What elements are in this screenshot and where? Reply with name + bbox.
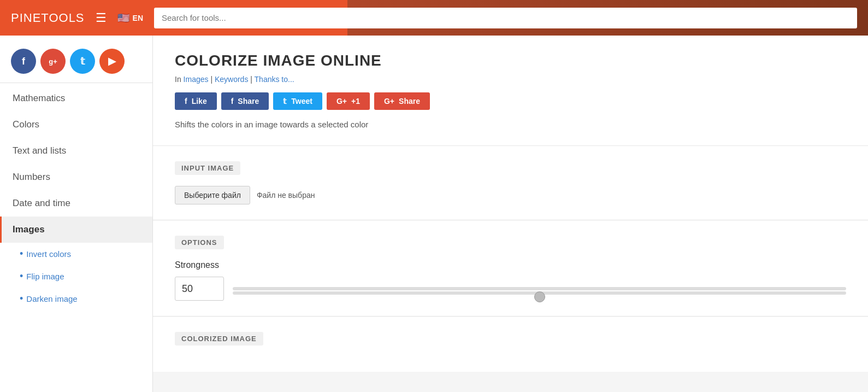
breadcrumb-thanks[interactable]: Thanks to...	[255, 75, 294, 84]
sidebar-subitem-invert-colors[interactable]: Invert colors	[0, 243, 152, 265]
fb-share-icon: f	[231, 97, 234, 106]
logo: PINETOOLS	[11, 11, 85, 25]
page-layout: f g+ 𝕥 ▶ Mathematics Colors Text and lis…	[0, 36, 868, 392]
options-label: OPTIONS	[175, 236, 224, 249]
social-facebook[interactable]: f	[11, 49, 36, 74]
twitter-icon: 𝕥	[283, 97, 287, 106]
input-image-label: INPUT IMAGE	[175, 161, 240, 175]
page-title: COLORIZE IMAGE ONLINE	[175, 52, 846, 69]
fb-share-label: Share	[238, 97, 259, 106]
social-googleplus[interactable]: g+	[40, 49, 66, 74]
gplus-icon: G+	[336, 97, 347, 106]
breadcrumb-keywords[interactable]: Keywords	[215, 75, 248, 84]
strongness-label: Strongness	[175, 260, 846, 270]
logo-tools: TOOLS	[41, 11, 84, 25]
fb-like-icon: f	[185, 97, 187, 106]
gplus-share-icon: G+	[384, 97, 394, 106]
sidebar-item-mathematics[interactable]: Mathematics	[0, 85, 152, 112]
flag-icon: 🇺🇸	[117, 12, 129, 24]
social-twitter[interactable]: 𝕥	[70, 49, 95, 74]
share-fb-share-button[interactable]: f Share	[221, 92, 269, 110]
colorized-image-label: COLORIZED IMAGE	[175, 332, 263, 346]
share-gplus-button[interactable]: G+ +1	[327, 92, 370, 110]
fb-like-label: Like	[192, 97, 207, 106]
twitter-label: Tweet	[291, 97, 312, 106]
strongness-row	[175, 277, 846, 301]
share-buttons-row: f Like f Share 𝕥 Tweet G+ +1 G+ Share	[175, 92, 846, 110]
strongness-number-input[interactable]	[175, 277, 224, 301]
options-section: OPTIONS Strongness	[153, 220, 868, 317]
header: PINETOOLS ☰ 🇺🇸 EN	[0, 0, 868, 36]
file-input-row: Выберите файл Файл не выбран	[175, 186, 846, 204]
sidebar-subitem-flip-image[interactable]: Flip image	[0, 265, 152, 288]
sidebar-item-images[interactable]: Images	[0, 217, 152, 243]
content-header: COLORIZE IMAGE ONLINE In Images | Keywor…	[153, 36, 868, 146]
share-fb-like-button[interactable]: f Like	[175, 92, 217, 110]
gplus-label: +1	[351, 97, 360, 106]
sidebar-divider	[0, 83, 152, 83]
share-twitter-button[interactable]: 𝕥 Tweet	[273, 92, 322, 110]
hamburger-menu[interactable]: ☰	[96, 11, 107, 25]
sidebar-item-date-and-time[interactable]: Date and time	[0, 190, 152, 217]
file-name-display: Файл не выбран	[257, 191, 315, 200]
file-choose-button[interactable]: Выберите файл	[175, 186, 250, 204]
gplus-share-label: Share	[399, 97, 420, 106]
tool-description: Shifts the colors in an image towards a …	[175, 120, 846, 129]
sidebar-subitem-darken-image[interactable]: Darken image	[0, 288, 152, 310]
sidebar: f g+ 𝕥 ▶ Mathematics Colors Text and lis…	[0, 36, 153, 392]
sidebar-item-colors[interactable]: Colors	[0, 112, 152, 138]
breadcrumb-images[interactable]: Images	[184, 75, 209, 84]
breadcrumb: In Images | Keywords | Thanks to...	[175, 75, 846, 84]
search-input[interactable]	[154, 8, 857, 28]
colorized-image-section: COLORIZED IMAGE	[153, 317, 868, 372]
strongness-slider-container	[233, 287, 846, 290]
input-image-section: INPUT IMAGE Выберите файл Файл не выбран	[153, 146, 868, 220]
language-selector[interactable]: 🇺🇸 EN	[117, 12, 143, 24]
strongness-range-input[interactable]	[233, 291, 846, 295]
lang-code: EN	[133, 14, 143, 22]
social-icons-row: f g+ 𝕥 ▶	[0, 41, 152, 83]
sidebar-item-text-and-lists[interactable]: Text and lists	[0, 138, 152, 164]
share-gplus-share-button[interactable]: G+ Share	[374, 92, 430, 110]
sidebar-item-numbers[interactable]: Numbers	[0, 164, 152, 190]
main-content: COLORIZE IMAGE ONLINE In Images | Keywor…	[153, 36, 868, 392]
sidebar-subitems: Invert colors Flip image Darken image	[0, 243, 152, 310]
logo-pine: PINE	[11, 11, 41, 25]
social-youtube[interactable]: ▶	[99, 49, 125, 74]
